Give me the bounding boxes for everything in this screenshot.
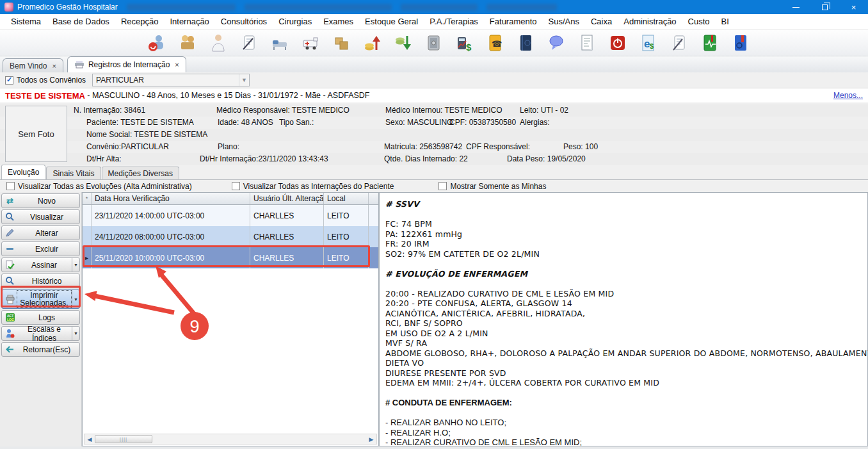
grid-row[interactable]: 24/11/2020 08:00:00 UTC-03:00 CHARLLES L… bbox=[83, 226, 378, 247]
phone-directory-icon[interactable]: ☎ bbox=[484, 32, 506, 54]
visualizar-button[interactable]: Visualizar bbox=[1, 209, 80, 224]
grid-row-selected[interactable]: ▸ 25/11/2020 10:00:00 UTC-03:00 CHARLLES… bbox=[83, 247, 378, 268]
cell-local: LEITO bbox=[324, 247, 369, 268]
revenue-up-icon[interactable] bbox=[361, 32, 383, 54]
col-data-hora[interactable]: Data Hora Verificação bbox=[92, 193, 250, 204]
cell-local: LEITO bbox=[324, 205, 369, 226]
patient-info-row: N. Internação: 38461 Médico Responsável:… bbox=[0, 104, 868, 117]
mostrar-somente-minhas-checkbox[interactable] bbox=[438, 182, 447, 190]
invoice-icon[interactable] bbox=[576, 32, 598, 54]
redacted-version-text bbox=[245, 4, 392, 11]
minimize-icon bbox=[792, 7, 800, 8]
menu-sistema[interactable]: Sistema bbox=[5, 15, 47, 28]
vitals-log-icon[interactable] bbox=[699, 32, 721, 54]
restore-button[interactable] bbox=[810, 0, 839, 14]
novo-button[interactable]: ⇄ Novo bbox=[1, 193, 80, 208]
patient-header-bar: TESTE DE SISTEMA - MASCULINO - 48 Anos, … bbox=[0, 88, 868, 102]
billing-calculator-icon[interactable]: $ bbox=[453, 32, 475, 54]
redacted-version-text bbox=[127, 4, 236, 11]
safe-icon[interactable] bbox=[422, 32, 444, 54]
electronic-billing-icon[interactable]: e$ bbox=[638, 32, 659, 54]
scroll-right-icon[interactable]: ▶ bbox=[366, 436, 376, 443]
imprimir-selecionadas-button[interactable]: Imprimir Selecionadas. ▼ bbox=[1, 290, 80, 309]
historico-button[interactable]: Histórico bbox=[1, 273, 80, 288]
col-usuario[interactable]: Usuário Últ. Alteração bbox=[250, 193, 324, 204]
note-line: PA: 122X61 mmHg bbox=[385, 229, 867, 240]
menu-administracao[interactable]: Administração bbox=[618, 15, 682, 28]
expense-down-icon[interactable] bbox=[392, 32, 414, 54]
sync-patient-icon[interactable] bbox=[146, 32, 168, 54]
menu-base-de-dados[interactable]: Base de Dados bbox=[47, 15, 115, 28]
menu-sus-ans[interactable]: Sus/Ans bbox=[543, 15, 585, 28]
escalas-indices-button[interactable]: Escalas e Índices ▼ bbox=[1, 326, 80, 341]
col-local[interactable]: Local bbox=[324, 193, 369, 204]
visualizar-todas-internacoes-checkbox[interactable] bbox=[232, 182, 240, 190]
window-controls: × bbox=[782, 0, 868, 14]
assinar-dropdown-arrow[interactable]: ▼ bbox=[72, 258, 79, 272]
convenio-dropdown[interactable]: PARTICULAR ▼ bbox=[92, 74, 250, 86]
escalas-dropdown-arrow[interactable]: ▼ bbox=[72, 327, 79, 340]
tab-registros-internacao[interactable]: Registros de Internação × bbox=[67, 56, 186, 72]
menu-exames[interactable]: Exames bbox=[317, 15, 359, 28]
assinar-label: Assinar bbox=[17, 261, 72, 270]
menu-custo[interactable]: Custo bbox=[682, 15, 716, 28]
note-line bbox=[385, 259, 867, 269]
field-medico-internou: Médico Internou: TESTE MEDICO bbox=[385, 106, 502, 115]
hospital-bed-icon[interactable] bbox=[269, 32, 291, 54]
menu-cirurgias[interactable]: Cirurgias bbox=[273, 15, 317, 28]
note-line: MVF S/ RA bbox=[385, 338, 867, 348]
menu-estoque-geral[interactable]: Estoque Geral bbox=[359, 15, 424, 28]
magnifier-icon bbox=[4, 212, 15, 222]
field-matricula: Matricula: 2563598742 bbox=[384, 142, 462, 151]
note-line bbox=[385, 408, 867, 418]
tab-sinais-vitais[interactable]: Sinais Vitais bbox=[46, 167, 100, 179]
tab-bem-vindo[interactable]: Bem Vindo × bbox=[3, 58, 63, 72]
excluir-label: Excluir bbox=[17, 245, 77, 254]
menu-bi[interactable]: BI bbox=[716, 15, 735, 28]
menu-pa-terapias[interactable]: P.A./Terapias bbox=[424, 15, 484, 28]
note-line: # SSVV bbox=[385, 199, 867, 209]
chat-icon[interactable] bbox=[545, 32, 567, 54]
power-icon[interactable] bbox=[607, 32, 629, 54]
close-button[interactable]: × bbox=[839, 0, 868, 14]
patient-info-row: Dt/Hr Alta: Dt/Hr Internação:23/11/2020 … bbox=[0, 153, 868, 165]
retornar-button[interactable]: Retornar(Esc) bbox=[1, 342, 80, 357]
menu-faturamento[interactable]: Faturamento bbox=[484, 15, 543, 28]
retornar-label: Retornar(Esc) bbox=[17, 345, 77, 354]
imprimir-dropdown-arrow[interactable]: ▼ bbox=[72, 290, 79, 308]
document-sign-icon[interactable] bbox=[668, 32, 690, 54]
assinar-button[interactable]: Assinar ▼ bbox=[1, 257, 80, 272]
tab-medicoes-diversas[interactable]: Medições Diversas bbox=[102, 167, 179, 179]
scroll-left-icon[interactable]: ◀ bbox=[84, 436, 95, 443]
menu-internacao[interactable]: Internação bbox=[164, 15, 214, 28]
horizontal-scrollbar[interactable]: ◀ |||| ▶ bbox=[84, 434, 377, 445]
visualizar-todas-evolucoes-checkbox[interactable] bbox=[6, 182, 15, 190]
doctor-icon[interactable] bbox=[207, 32, 229, 54]
menu-caixa[interactable]: Caixa bbox=[585, 15, 618, 28]
prescription-icon[interactable] bbox=[238, 32, 260, 54]
grid-row[interactable]: 23/11/2020 14:00:00 UTC-03:00 CHARLLES L… bbox=[83, 205, 378, 226]
window-title: Promedico Gestão Hospitalar bbox=[17, 3, 118, 12]
menu-recepcao[interactable]: Recepção bbox=[115, 15, 165, 28]
tab-evolucao[interactable]: Evolução bbox=[1, 165, 45, 179]
excluir-button[interactable]: Excluir bbox=[1, 241, 80, 256]
menu-consultorios[interactable]: Consultórios bbox=[215, 15, 273, 28]
note-line: ABDOME GLOBOSO, RHA+, DOLOROSO A PALPAÇÃ… bbox=[385, 348, 867, 359]
alterar-button[interactable]: Alterar bbox=[1, 225, 80, 240]
stock-supplies-icon[interactable] bbox=[330, 32, 352, 54]
tab-close-icon[interactable]: × bbox=[175, 61, 179, 69]
reception-icon[interactable] bbox=[177, 32, 198, 54]
minimize-button[interactable] bbox=[782, 0, 810, 14]
note-line: 20:00 - REALIZADO CURATIVO DE CML E LESÃ… bbox=[385, 289, 867, 299]
ledger-book-icon[interactable] bbox=[515, 32, 536, 54]
restore-icon bbox=[822, 4, 828, 10]
menos-link[interactable]: Menos... bbox=[833, 91, 863, 100]
field-leito: Leito: UTI - 02 bbox=[520, 106, 568, 115]
app-icon bbox=[4, 3, 13, 12]
logs-button[interactable]: ACTLOG Logs bbox=[1, 310, 80, 325]
scrollbar-thumb[interactable]: |||| bbox=[95, 435, 152, 443]
ambulance-icon[interactable] bbox=[300, 32, 321, 54]
tab-close-icon[interactable]: × bbox=[52, 62, 56, 70]
medical-records-icon[interactable] bbox=[730, 32, 751, 54]
todos-convenios-checkbox[interactable] bbox=[5, 76, 13, 85]
